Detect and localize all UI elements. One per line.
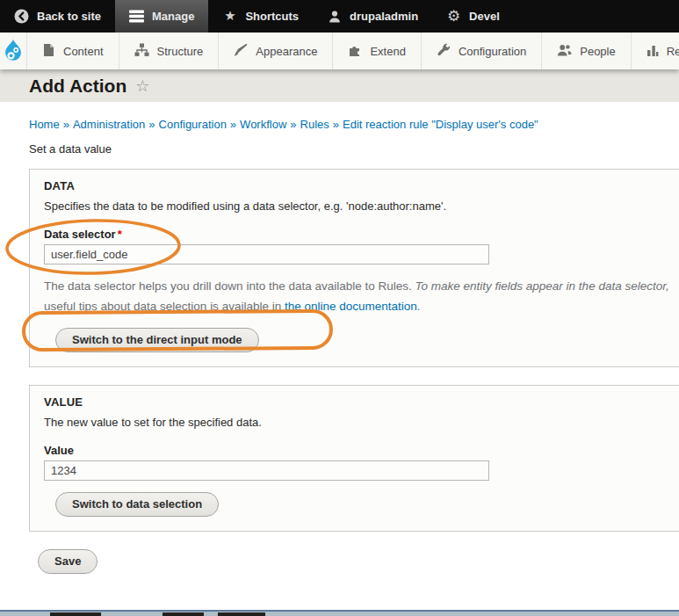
menu-item-reports[interactable]: Reports <box>631 33 679 69</box>
wrench-icon <box>437 43 451 60</box>
data-fieldset-legend: DATA <box>44 179 679 192</box>
online-documentation-link[interactable]: the online documentation <box>285 300 417 313</box>
action-intro-text: Set a data value <box>29 142 679 156</box>
value-fieldset-legend: VALUE <box>44 395 679 409</box>
switch-to-direct-input-button[interactable]: Switch to the direct input mode <box>55 328 259 352</box>
paintbrush-icon <box>234 43 248 60</box>
toolbar-item-back-to-site[interactable]: Back to site <box>0 0 115 33</box>
toolbar-item-manage[interactable]: Manage <box>115 0 208 33</box>
menu-icon <box>129 9 144 24</box>
breadcrumb: Home»Administration»Configuration»Workfl… <box>29 118 679 131</box>
toolbar-item-shortcuts[interactable]: ★ Shortcuts <box>208 0 313 33</box>
menu-item-configuration[interactable]: Configuration <box>421 33 541 69</box>
toolbar-item-label: Devel <box>469 10 500 23</box>
breadcrumb-separator: » <box>145 118 158 131</box>
toolbar-item-label: Manage <box>152 10 194 23</box>
menu-item-structure[interactable]: Structure <box>119 33 219 69</box>
menu-item-content[interactable]: Content <box>26 33 119 69</box>
switch-to-data-selection-button[interactable]: Switch to data selection <box>55 492 219 517</box>
sitemap-icon <box>134 43 149 60</box>
menu-item-appearance[interactable]: Appearance <box>218 33 332 69</box>
data-fieldset-description: Specifies the data to be modified using … <box>44 199 679 213</box>
toolbar-item-devel[interactable]: ⚙ Devel <box>432 0 514 33</box>
toolbar-item-label: Shortcuts <box>245 10 299 23</box>
data-selector-input[interactable] <box>44 244 489 265</box>
breadcrumb-link-rules[interactable]: Rules <box>300 118 329 131</box>
background-window-tab <box>50 612 101 616</box>
drupal-logo[interactable] <box>0 33 26 69</box>
back-icon <box>14 9 29 24</box>
menu-item-label: Configuration <box>459 45 526 58</box>
value-fieldset-description: The new value to set for the specified d… <box>44 416 679 429</box>
document-icon <box>42 43 55 60</box>
background-window-tab <box>163 612 204 616</box>
favorite-star-icon[interactable]: ☆ <box>135 76 149 95</box>
barchart-icon <box>646 43 659 60</box>
breadcrumb-separator: » <box>329 118 343 131</box>
toolbar-item-label: Back to site <box>37 10 101 23</box>
admin-menu-bar: Content Structure Appearance Extend Conf… <box>0 33 679 69</box>
save-button[interactable]: Save <box>38 549 98 574</box>
value-label: Value <box>44 444 679 457</box>
breadcrumb-link-administration[interactable]: Administration <box>73 118 145 131</box>
value-fieldset: VALUE The new value to set for the speci… <box>29 385 679 532</box>
breadcrumb-separator: » <box>60 118 73 131</box>
data-selector-label: Data selector* <box>44 228 679 241</box>
breadcrumb-separator: » <box>227 118 240 131</box>
toolbar-item-user-account[interactable]: drupaladmin <box>313 0 432 33</box>
drupal-admin-page: Back to site Manage ★ Shortcuts drupalad… <box>0 0 679 616</box>
breadcrumb-link-configuration[interactable]: Configuration <box>159 118 227 131</box>
data-selector-help: The data selector helps you drill down i… <box>44 276 679 316</box>
people-icon <box>557 43 572 60</box>
menu-item-extend[interactable]: Extend <box>332 33 420 69</box>
menu-item-label: Appearance <box>256 45 317 58</box>
puzzle-icon <box>348 43 362 60</box>
breadcrumb-link-workflow[interactable]: Workflow <box>240 118 286 131</box>
menu-item-label: Extend <box>370 45 405 58</box>
help-line-2: useful tips about data selection is avai… <box>44 296 679 316</box>
star-icon: ★ <box>222 9 237 24</box>
menu-item-label: Content <box>63 45 104 58</box>
page-title: Add Action <box>29 76 126 97</box>
help-line-1: The data selector helps you drill down i… <box>44 276 679 296</box>
toolbar-item-label: drupaladmin <box>350 10 418 23</box>
menu-item-label: People <box>580 45 615 58</box>
breadcrumb-link-edit-reaction-rule[interactable]: Edit reaction rule "Display user's code" <box>343 118 538 131</box>
user-icon <box>327 9 342 24</box>
menu-item-people[interactable]: People <box>541 33 630 69</box>
background-window-tab <box>218 612 265 616</box>
page-header: Add Action ☆ <box>0 69 679 102</box>
menu-item-label: Structure <box>157 45 204 58</box>
value-input[interactable] <box>44 460 489 481</box>
gear-icon: ⚙ <box>446 9 461 24</box>
page-content: Home»Administration»Configuration»Workfl… <box>0 118 679 574</box>
breadcrumb-separator: » <box>286 118 300 131</box>
menu-item-label: Reports <box>667 45 679 58</box>
breadcrumb-link-home[interactable]: Home <box>29 118 60 131</box>
background-window-edge <box>0 610 679 616</box>
required-marker: * <box>118 228 122 241</box>
data-fieldset: DATA Specifies the data to be modified u… <box>29 169 679 367</box>
admin-toolbar: Back to site Manage ★ Shortcuts drupalad… <box>0 0 679 33</box>
